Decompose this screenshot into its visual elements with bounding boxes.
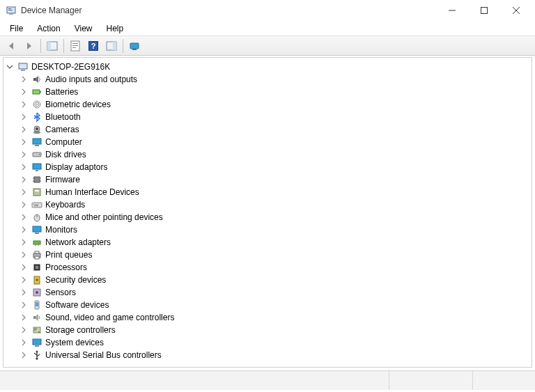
chevron-right-icon[interactable] xyxy=(20,88,27,95)
chevron-right-icon[interactable] xyxy=(20,251,27,258)
svg-rect-53 xyxy=(35,233,39,234)
chevron-right-icon[interactable] xyxy=(20,151,27,158)
tree-category-label: Monitors xyxy=(45,225,77,235)
scan-hardware-button[interactable] xyxy=(126,38,143,54)
tree-category[interactable]: Firmware xyxy=(6,173,532,186)
device-tree[interactable]: DESKTOP-2EG916K Audio inputs and outputs… xyxy=(3,57,532,368)
minimize-button[interactable] xyxy=(436,0,468,21)
svg-rect-35 xyxy=(33,164,41,169)
chevron-right-icon[interactable] xyxy=(20,327,27,334)
chevron-right-icon[interactable] xyxy=(20,239,27,246)
chevron-right-icon[interactable] xyxy=(20,139,27,146)
chevron-right-icon[interactable] xyxy=(20,352,27,359)
tree-category[interactable]: Print queues xyxy=(6,249,532,261)
show-hide-action-button[interactable] xyxy=(103,38,120,54)
chevron-right-icon[interactable] xyxy=(20,76,27,83)
tree-category-label: Mice and other pointing devices xyxy=(45,212,163,222)
tree-category-label: Print queues xyxy=(45,250,92,260)
chevron-right-icon[interactable] xyxy=(20,301,27,308)
tree-category[interactable]: Processors xyxy=(6,261,532,274)
tree-category[interactable]: Biometric devices xyxy=(6,98,532,111)
monitor-icon xyxy=(31,224,42,235)
chevron-right-icon[interactable] xyxy=(20,101,27,108)
tree-root-label: DESKTOP-2EG916K xyxy=(31,62,110,72)
tree-category[interactable]: Audio inputs and outputs xyxy=(6,73,532,86)
chevron-down-icon[interactable] xyxy=(6,63,13,70)
tree-category-label: Universal Serial Bus controllers xyxy=(45,350,162,360)
statusbar-cell xyxy=(389,371,472,390)
menu-file[interactable]: File xyxy=(3,22,30,35)
menu-view[interactable]: View xyxy=(68,22,100,35)
maximize-button[interactable] xyxy=(468,0,500,21)
chevron-right-icon[interactable] xyxy=(20,289,27,296)
svg-rect-59 xyxy=(35,256,39,259)
show-hide-tree-button[interactable] xyxy=(44,38,61,54)
chevron-right-icon[interactable] xyxy=(20,314,27,321)
tree-category-label: Computer xyxy=(45,137,82,147)
tree-category-label: Bluetooth xyxy=(45,112,81,122)
menubar: File Action View Help xyxy=(0,21,535,36)
svg-rect-48 xyxy=(38,204,38,205)
forward-button[interactable] xyxy=(21,38,38,54)
tree-root[interactable]: DESKTOP-2EG916K xyxy=(6,61,532,73)
chevron-right-icon[interactable] xyxy=(20,264,27,271)
tree-category[interactable]: Sound, video and game controllers xyxy=(6,311,532,324)
tree-category[interactable]: System devices xyxy=(6,336,532,349)
chevron-right-icon[interactable] xyxy=(20,176,27,183)
svg-rect-55 xyxy=(35,244,36,246)
chevron-right-icon[interactable] xyxy=(20,189,27,196)
tree-category[interactable]: Storage controllers xyxy=(6,324,532,336)
tree-category[interactable]: Batteries xyxy=(6,86,532,98)
storage-icon xyxy=(31,324,42,336)
tree-category[interactable]: Computer xyxy=(6,136,532,148)
tree-category[interactable]: Keyboards xyxy=(6,198,532,211)
svg-rect-45 xyxy=(33,204,34,205)
svg-rect-31 xyxy=(33,139,41,144)
tree-category[interactable]: Software devices xyxy=(6,299,532,311)
tree-category[interactable]: Human Interface Devices xyxy=(6,186,532,198)
svg-rect-47 xyxy=(36,204,37,205)
tree-category[interactable]: Bluetooth xyxy=(6,111,532,123)
tree-category[interactable]: Universal Serial Bus controllers xyxy=(6,349,532,361)
tree-category[interactable]: Mice and other pointing devices xyxy=(6,211,532,224)
tree-category[interactable]: Sensors xyxy=(6,286,532,299)
menu-action[interactable]: Action xyxy=(30,22,67,35)
camera-icon xyxy=(31,124,42,135)
tree-category[interactable]: Security devices xyxy=(6,274,532,286)
tree-category-label: Disk drives xyxy=(45,150,86,159)
svg-rect-22 xyxy=(33,78,36,81)
svg-rect-36 xyxy=(36,170,38,171)
tree-category-label: Processors xyxy=(45,262,87,272)
tree-category-label: Security devices xyxy=(45,275,106,285)
chip-icon xyxy=(31,174,42,185)
tree-category[interactable]: Monitors xyxy=(6,224,532,236)
tree-category[interactable]: Cameras xyxy=(6,123,532,136)
chevron-right-icon[interactable] xyxy=(20,214,27,221)
chevron-right-icon[interactable] xyxy=(20,201,27,208)
bluetooth-icon xyxy=(31,111,42,123)
chevron-right-icon[interactable] xyxy=(20,276,27,283)
svg-rect-68 xyxy=(33,316,36,319)
svg-text:?: ? xyxy=(91,42,96,50)
tree-category[interactable]: Network adapters xyxy=(6,236,532,249)
tree-category[interactable]: Disk drives xyxy=(6,148,532,161)
svg-rect-49 xyxy=(34,205,38,206)
tree-category[interactable]: Display adaptors xyxy=(6,161,532,173)
menu-help[interactable]: Help xyxy=(100,22,131,35)
svg-rect-17 xyxy=(113,42,116,50)
chevron-right-icon[interactable] xyxy=(20,339,27,346)
chevron-right-icon[interactable] xyxy=(20,226,27,233)
back-button[interactable] xyxy=(3,38,20,54)
svg-rect-11 xyxy=(72,43,78,44)
chevron-right-icon[interactable] xyxy=(20,164,27,171)
statusbar xyxy=(0,370,535,390)
svg-rect-46 xyxy=(35,204,36,205)
svg-rect-5 xyxy=(481,8,488,14)
properties-button[interactable] xyxy=(67,38,84,54)
chevron-right-icon[interactable] xyxy=(20,113,27,120)
tree-category-label: Batteries xyxy=(45,87,78,97)
close-button[interactable] xyxy=(500,0,532,21)
help-button[interactable]: ? xyxy=(85,38,102,54)
chevron-right-icon[interactable] xyxy=(20,126,27,133)
tree-category-label: Firmware xyxy=(45,175,80,185)
